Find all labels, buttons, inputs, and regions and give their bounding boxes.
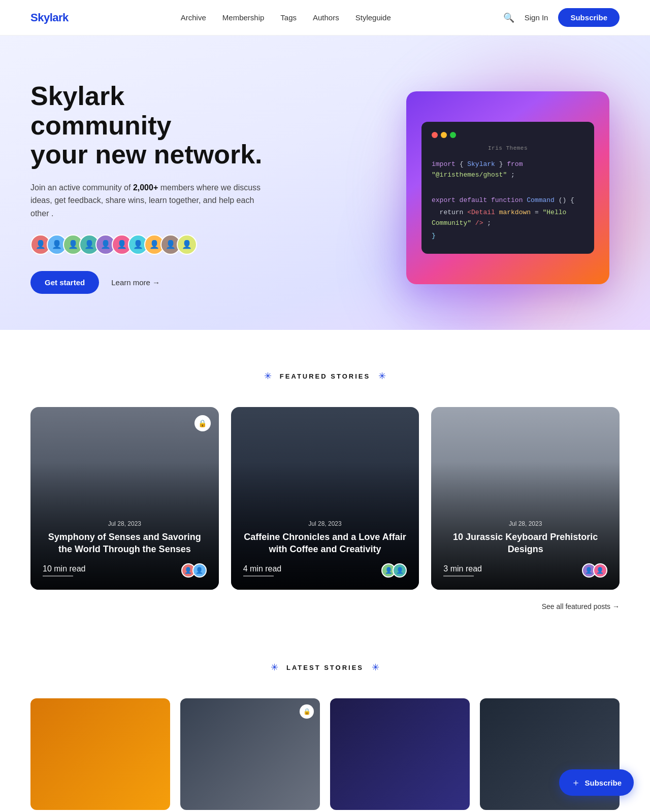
featured-card-2[interactable]: Jul 28, 2023 Caffeine Chronicles and a L…: [231, 407, 419, 590]
latest-card-1[interactable]: [30, 698, 170, 810]
code-line-3: export default function Command () {: [432, 195, 584, 206]
navbar: Skylark Archive Membership Tags Authors …: [0, 0, 650, 36]
window-dots: [432, 132, 584, 138]
subscribe-button[interactable]: Subscribe: [558, 8, 620, 27]
latest-card-2[interactable]: 🔒: [180, 698, 320, 810]
section-header: ✳ FEATURED STORIES ✳: [30, 370, 620, 382]
nav-right: 🔍 Sign In Subscribe: [503, 8, 620, 27]
card-title: 10 Jurassic Keyboard Prehistoric Designs: [443, 531, 607, 555]
card-meta: 3 min read 👤 👤: [443, 563, 607, 578]
code-card: Iris Themes import { Skylark } from "@ir…: [406, 91, 609, 284]
card-meta: 4 min read 👤 👤: [243, 563, 407, 578]
featured-card-3[interactable]: Jul 28, 2023 10 Jurassic Keyboard Prehis…: [431, 407, 620, 590]
card-avatars: 👤 👤: [384, 563, 407, 578]
card-date: Jul 28, 2023: [443, 520, 607, 527]
featured-card-1[interactable]: 🔒 Jul 28, 2023 Symphony of Senses and Sa…: [30, 407, 219, 590]
read-time: 4 min read: [243, 564, 282, 577]
lock-badge: 🔒: [194, 415, 211, 431]
card-content: Jul 28, 2023 10 Jurassic Keyboard Prehis…: [431, 508, 620, 590]
card-avatar: 👤: [192, 563, 207, 578]
nav-links: Archive Membership Tags Authors Stylegui…: [181, 13, 391, 22]
hero-right: Iris Themes import { Skylark } from "@ir…: [406, 91, 620, 284]
lock-badge: 🔒: [300, 704, 314, 719]
card-avatar: 👤: [593, 563, 607, 578]
code-line-4: return <Detail markdown = "Hello Communi…: [432, 208, 584, 229]
card-date: Jul 28, 2023: [243, 520, 407, 527]
nav-membership[interactable]: Membership: [222, 13, 265, 22]
card-meta: 10 min read 👤 👤: [43, 563, 207, 578]
latest-header: ✳ LATEST STORIES ✳: [30, 662, 620, 673]
featured-title: FEATURED STORIES: [280, 373, 370, 380]
maximize-dot: [450, 132, 456, 138]
latest-section: ✳ LATEST STORIES ✳ 🔒: [0, 652, 650, 812]
card-date: Jul 28, 2023: [43, 520, 207, 527]
featured-cards-grid: 🔒 Jul 28, 2023 Symphony of Senses and Sa…: [30, 407, 620, 590]
nav-styleguide[interactable]: Styleguide: [355, 13, 391, 22]
read-time: 3 min read: [443, 564, 482, 577]
logo[interactable]: Skylark: [30, 11, 69, 24]
card-content: Jul 28, 2023 Caffeine Chronicles and a L…: [231, 508, 419, 590]
nav-authors[interactable]: Authors: [313, 13, 339, 22]
code-line-blank: [432, 183, 584, 193]
card-title: Caffeine Chronicles and a Love Affair wi…: [243, 531, 407, 555]
card-avatars: 👤 👤: [184, 563, 207, 578]
see-all-link[interactable]: See all featured posts →: [542, 602, 620, 611]
window-title: Iris Themes: [432, 145, 584, 151]
latest-card-3[interactable]: [330, 698, 470, 810]
card-avatar: 👤: [393, 563, 407, 578]
plus-icon: ＋: [571, 776, 580, 789]
hero-cta-group: Get started Learn more →: [30, 271, 264, 294]
read-time-bar: [43, 576, 73, 577]
hero-title: Skylark community your new network.: [30, 82, 264, 169]
card-title: Symphony of Senses and Savoring the Worl…: [43, 531, 207, 555]
search-icon[interactable]: 🔍: [503, 12, 514, 23]
hero-section: Skylark community your new network. Join…: [0, 36, 650, 330]
read-time: 10 min read: [43, 564, 86, 577]
avatar-group: 👤 👤 👤 👤 👤 👤 👤 👤 👤 👤: [30, 234, 264, 255]
signin-button[interactable]: Sign In: [525, 13, 548, 22]
minimize-dot: [441, 132, 447, 138]
latest-title: LATEST STORIES: [286, 664, 364, 671]
avatar: 👤: [177, 234, 197, 255]
star-icon-right: ✳: [378, 370, 386, 382]
close-dot: [432, 132, 438, 138]
code-window: Iris Themes import { Skylark } from "@ir…: [421, 122, 594, 254]
latest-cards-grid: 🔒: [30, 698, 620, 810]
read-time-bar: [443, 576, 474, 577]
hero-left: Skylark community your new network. Join…: [30, 82, 264, 293]
star-icon-right: ✳: [372, 662, 379, 673]
code-line-5: }: [432, 231, 584, 242]
card-avatars: 👤 👤: [585, 563, 607, 578]
star-icon-left: ✳: [271, 662, 278, 673]
featured-section: ✳ FEATURED STORIES ✳ 🔒 Jul 28, 2023 Symp…: [0, 330, 650, 652]
nav-tags[interactable]: Tags: [280, 13, 297, 22]
hero-description: Join an active community of 2,000+ membe…: [30, 181, 264, 220]
star-icon-left: ✳: [264, 370, 272, 382]
nav-archive[interactable]: Archive: [181, 13, 206, 22]
fab-subscribe-button[interactable]: ＋ Subscribe: [559, 769, 634, 796]
see-all-container: See all featured posts →: [30, 602, 620, 611]
read-time-bar: [243, 576, 274, 577]
learn-more-link[interactable]: Learn more →: [111, 278, 160, 287]
code-line-1: import { Skylark } from "@iristhemes/gho…: [432, 159, 584, 181]
get-started-button[interactable]: Get started: [30, 271, 99, 294]
card-content: Jul 28, 2023 Symphony of Senses and Savo…: [30, 508, 219, 590]
